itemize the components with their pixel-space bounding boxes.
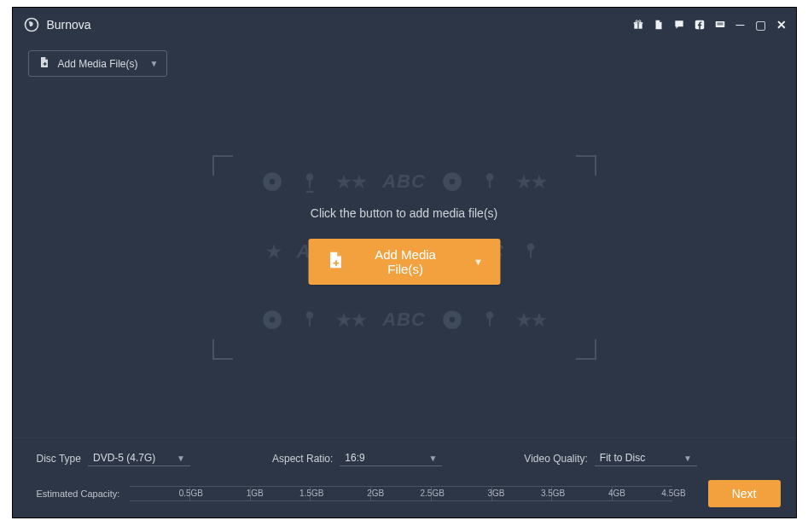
- capacity-tick: 3GB: [432, 487, 492, 500]
- capacity-tick: 4GB: [552, 487, 613, 500]
- add-media-button-large-label: Add Media File(s): [356, 247, 455, 276]
- disc-type-label: Disc Type: [37, 453, 81, 465]
- minimize-icon[interactable]: ─: [735, 19, 747, 31]
- svg-point-17: [443, 172, 462, 191]
- chat-icon[interactable]: [673, 19, 685, 31]
- capacity-tick: 3.5GB: [492, 487, 553, 500]
- svg-point-31: [450, 316, 456, 322]
- svg-point-12: [263, 172, 282, 191]
- corner-decoration: [576, 339, 596, 360]
- drop-zone[interactable]: ★★ ABC ★★ ★ ABC ★ ABC ★★ ABC: [212, 155, 596, 360]
- chevron-down-icon: ▼: [474, 257, 483, 267]
- svg-rect-16: [306, 190, 314, 192]
- capacity-tick: 4.5GB: [613, 487, 672, 500]
- capacity-bar: 0.5GB1GB1.5GB2GB2.5GB3GB3.5GB4GB4.5GB: [130, 486, 671, 501]
- titlebar-left: Burnova: [23, 16, 91, 33]
- app-title: Burnova: [47, 18, 91, 32]
- svg-point-26: [263, 310, 282, 329]
- gift-icon[interactable]: [632, 19, 644, 31]
- capacity-label: Estimated Capacity:: [37, 489, 120, 499]
- capacity-tick: 1.5GB: [251, 487, 311, 500]
- add-media-button-small[interactable]: Add Media File(s) ▼: [28, 50, 168, 77]
- svg-point-32: [485, 311, 493, 319]
- svg-rect-11: [44, 62, 45, 66]
- aspect-ratio-group: Aspect Ratio: 16:9 ▼: [272, 450, 442, 466]
- video-quality-value: Fit to Disc: [600, 452, 645, 464]
- aspect-ratio-label: Aspect Ratio:: [272, 453, 333, 465]
- feedback-icon[interactable]: [714, 19, 726, 31]
- capacity-row: Estimated Capacity: 0.5GB1GB1.5GB2GB2.5G…: [37, 480, 781, 507]
- corner-decoration: [576, 155, 596, 176]
- add-media-button-small-label: Add Media File(s): [58, 58, 138, 70]
- background-watermark-row: ★★ ABC ★★: [212, 171, 596, 193]
- svg-rect-3: [637, 22, 638, 29]
- corner-decoration: [212, 339, 233, 360]
- svg-point-14: [306, 173, 314, 181]
- chevron-down-icon: ▼: [177, 454, 185, 463]
- svg-rect-9: [717, 24, 723, 25]
- svg-point-5: [638, 20, 640, 22]
- svg-point-30: [443, 310, 462, 329]
- chevron-down-icon: ▼: [150, 59, 159, 68]
- svg-point-27: [270, 316, 276, 322]
- disc-type-value: DVD-5 (4.7G): [93, 452, 155, 464]
- capacity-tick: 2.5GB: [371, 487, 432, 500]
- document-icon[interactable]: [653, 19, 665, 31]
- svg-point-13: [270, 178, 276, 184]
- disc-type-group: Disc Type DVD-5 (4.7G) ▼: [37, 450, 190, 466]
- video-quality-select[interactable]: Fit to Disc ▼: [595, 450, 697, 466]
- footer: Disc Type DVD-5 (4.7G) ▼ Aspect Ratio: 1…: [13, 438, 796, 518]
- video-quality-label: Video Quality:: [524, 453, 588, 465]
- capacity-tick: 2GB: [311, 487, 371, 500]
- svg-rect-33: [489, 318, 491, 326]
- svg-rect-35: [334, 260, 336, 265]
- next-button[interactable]: Next: [708, 480, 781, 507]
- main-area: ★★ ABC ★★ ★ ABC ★ ABC ★★ ABC: [13, 77, 796, 437]
- add-media-button-large[interactable]: Add Media File(s) ▼: [308, 239, 500, 285]
- aspect-ratio-select[interactable]: 16:9 ▼: [340, 450, 442, 466]
- svg-rect-15: [309, 180, 311, 188]
- titlebar-right: ─ ▢ ✕: [632, 19, 788, 31]
- disc-type-select[interactable]: DVD-5 (4.7G) ▼: [88, 450, 190, 466]
- app-logo-icon: [23, 16, 40, 33]
- svg-point-4: [636, 20, 637, 22]
- video-quality-group: Video Quality: Fit to Disc ▼: [524, 450, 697, 466]
- drop-zone-prompt: Click the button to add media file(s): [212, 206, 596, 220]
- svg-rect-8: [717, 23, 723, 24]
- add-file-icon: [325, 251, 344, 272]
- aspect-ratio-value: 16:9: [345, 452, 364, 464]
- maximize-icon[interactable]: ▢: [755, 19, 767, 31]
- corner-decoration: [212, 155, 233, 176]
- app-window: Burnova ─ ▢ ✕ Add Media File(s) ▼: [12, 7, 797, 518]
- svg-rect-20: [489, 180, 491, 188]
- svg-point-18: [450, 178, 456, 184]
- close-icon[interactable]: ✕: [776, 19, 788, 31]
- svg-rect-29: [309, 318, 311, 326]
- svg-point-24: [527, 243, 535, 251]
- capacity-tick: 0.5GB: [130, 487, 190, 500]
- background-watermark-row: ★★ ABC ★★: [212, 309, 596, 331]
- add-file-icon: [38, 55, 51, 72]
- svg-point-19: [485, 173, 493, 181]
- options-row: Disc Type DVD-5 (4.7G) ▼ Aspect Ratio: 1…: [37, 450, 781, 466]
- chevron-down-icon: ▼: [683, 454, 692, 463]
- svg-point-28: [306, 311, 314, 319]
- svg-rect-25: [530, 250, 532, 257]
- next-button-label: Next: [732, 487, 757, 500]
- chevron-down-icon: ▼: [428, 454, 437, 463]
- titlebar: Burnova ─ ▢ ✕: [13, 8, 796, 42]
- capacity-tick: 1GB: [190, 487, 251, 500]
- capacity-tick-label: 4.5GB: [661, 489, 685, 498]
- toolbar: Add Media File(s) ▼: [13, 42, 796, 77]
- facebook-icon[interactable]: [694, 19, 706, 31]
